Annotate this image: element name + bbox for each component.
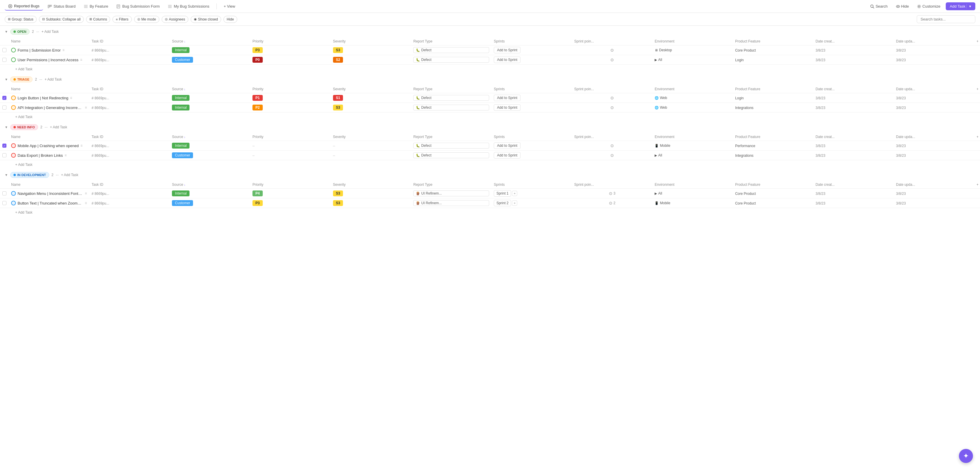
row-checkbox[interactable] [2, 58, 6, 62]
customize-button[interactable]: Customize [914, 3, 943, 10]
sprint-plus-button[interactable]: + [512, 201, 517, 206]
tab-bug-submission-form[interactable]: Bug Submission Form [113, 2, 163, 10]
section-triage-header[interactable]: ▼ TRIAGE 2 ··· + Add Task [0, 73, 980, 85]
col-source-header-t[interactable]: Source↓ [170, 85, 250, 93]
indev-add-row[interactable]: + Add Task [0, 208, 980, 217]
task-id[interactable]: # 8669pu... [92, 48, 109, 53]
needinfo-add-row[interactable]: + Add Task [0, 160, 980, 169]
open-add[interactable]: + Add Task [41, 30, 59, 34]
triage-more[interactable]: ··· [39, 77, 42, 81]
add-task-arrow[interactable]: ▾ [967, 4, 971, 8]
row-checkbox[interactable] [2, 143, 6, 148]
search-button[interactable]: Search [867, 3, 890, 10]
add-to-sprint-button[interactable]: Add to Sprint [494, 142, 520, 149]
indev-more[interactable]: ··· [56, 173, 59, 177]
triage-chevron[interactable]: ▼ [5, 78, 8, 81]
col-plus-header[interactable]: + [974, 38, 980, 45]
env-value: ▶All [655, 191, 730, 196]
triage-add-row[interactable]: + Add Task [0, 113, 980, 121]
task-text[interactable]: User Permissions | Incorrect Access [18, 58, 78, 62]
row-checkbox[interactable] [2, 153, 6, 157]
source-badge[interactable]: Internal [172, 190, 189, 196]
add-task-button[interactable]: Add Task ▾ [946, 2, 975, 10]
col-plus-header-t[interactable]: + [974, 85, 980, 93]
task-id[interactable]: # 8669pu... [92, 96, 109, 100]
needinfo-more[interactable]: ··· [45, 125, 48, 129]
task-id-cell: # 8669pu... [89, 198, 170, 208]
add-to-sprint-button[interactable]: Add to Sprint [494, 95, 520, 101]
row-checkbox[interactable] [2, 105, 6, 110]
env-icon: 📱 [655, 144, 659, 148]
task-id[interactable]: # 8669pu... [92, 192, 109, 196]
row-checkbox[interactable] [2, 96, 6, 100]
columns-filter[interactable]: ⊞ Columns [86, 16, 110, 23]
row-checkbox[interactable] [2, 191, 6, 196]
task-id[interactable]: # 8669pu... [92, 144, 109, 148]
source-badge[interactable]: Internal [172, 95, 189, 101]
task-id[interactable]: # 8669pu... [92, 153, 109, 158]
col-source-header[interactable]: Source↓ [170, 38, 250, 45]
sprint-plus-button[interactable]: + [512, 191, 517, 196]
assignees-filter[interactable]: ◎ Assignees [162, 16, 188, 23]
source-badge[interactable]: Internal [172, 143, 189, 148]
task-text[interactable]: Data Export | Broken Links [18, 153, 63, 158]
source-cell: Internal [170, 141, 250, 151]
tab-by-feature[interactable]: By Feature [80, 2, 112, 10]
row-plus[interactable] [974, 103, 980, 113]
subtasks-filter[interactable]: ⊟ Subtasks: Collapse all [39, 16, 84, 23]
row-plus[interactable] [974, 198, 980, 208]
indev-add[interactable]: + Add Task [61, 173, 78, 177]
needinfo-chevron[interactable]: ▼ [5, 126, 8, 129]
source-badge[interactable]: Internal [172, 47, 189, 53]
add-to-sprint-button[interactable]: Add to Sprint [494, 104, 520, 111]
open-add-row[interactable]: + Add Task [0, 65, 980, 73]
open-chevron[interactable]: ▼ [5, 30, 8, 33]
me-mode-filter[interactable]: ◎ Me mode [134, 16, 159, 23]
tab-my-bug-submissions[interactable]: My Bug Submissions [164, 2, 213, 10]
row-plus[interactable] [974, 189, 980, 198]
source-badge[interactable]: Customer [172, 57, 193, 63]
row-plus[interactable] [974, 151, 980, 160]
add-to-sprint-button[interactable]: Add to Sprint [494, 57, 520, 63]
task-text[interactable]: Button Text | Truncated when Zoomed... [18, 201, 83, 206]
search-input[interactable] [917, 15, 975, 23]
hide-filter-button[interactable]: Hide [223, 16, 237, 23]
group-filter[interactable]: ⊞ Group: Status [5, 16, 37, 23]
task-id[interactable]: # 8669pu... [92, 58, 109, 62]
task-id[interactable]: # 8669pu... [92, 106, 109, 110]
row-plus[interactable] [974, 45, 980, 55]
hide-button[interactable]: Hide [893, 3, 912, 10]
col-source-header-d[interactable]: Source↓ [170, 181, 250, 189]
task-id[interactable]: # 8669pu... [92, 201, 109, 206]
col-source-header-n[interactable]: Source↓ [170, 133, 250, 141]
add-to-sprint-button[interactable]: Add to Sprint [494, 47, 520, 53]
col-plus-header-n[interactable]: + [974, 133, 980, 141]
filters-filter[interactable]: ≡ Filters [113, 16, 132, 23]
section-indev-header[interactable]: ▼ IN DEVELOPMENT 2 ··· + Add Task [0, 169, 980, 181]
add-to-sprint-button[interactable]: Add to Sprint [494, 152, 520, 159]
source-badge[interactable]: Customer [172, 152, 193, 158]
task-text[interactable]: Mobile App | Crashing when opened [18, 143, 79, 148]
col-plus-header-d[interactable]: + [974, 181, 980, 189]
tab-view[interactable]: + View [220, 2, 239, 10]
section-needinfo-header[interactable]: ▼ NEED INFO 2 ··· + Add Task [0, 121, 980, 133]
source-badge[interactable]: Customer [172, 200, 193, 206]
section-open-header[interactable]: ▼ OPEN 2 ··· + Add Task [0, 26, 980, 38]
task-text[interactable]: Login Button | Not Redirecting [18, 96, 68, 100]
row-plus[interactable] [974, 55, 980, 65]
tab-status-board[interactable]: Status Board [44, 2, 79, 10]
source-badge[interactable]: Internal [172, 105, 189, 110]
row-checkbox[interactable] [2, 201, 6, 205]
row-plus[interactable] [974, 93, 980, 103]
needinfo-add[interactable]: + Add Task [50, 125, 67, 129]
task-text[interactable]: API Integration | Generating Incorrect .… [18, 105, 83, 110]
open-more[interactable]: ··· [36, 30, 39, 34]
row-checkbox[interactable] [2, 48, 6, 52]
show-closed-filter[interactable]: ◉ Show closed [191, 16, 221, 23]
indev-chevron[interactable]: ▼ [5, 173, 8, 177]
task-text[interactable]: Navigation Menu | Inconsistent Font Si..… [18, 191, 83, 196]
triage-add[interactable]: + Add Task [45, 77, 62, 81]
row-plus[interactable] [974, 141, 980, 151]
tab-reported-bugs[interactable]: Reported Bugs [5, 2, 43, 11]
task-text[interactable]: Forms | Submission Error [18, 48, 60, 53]
